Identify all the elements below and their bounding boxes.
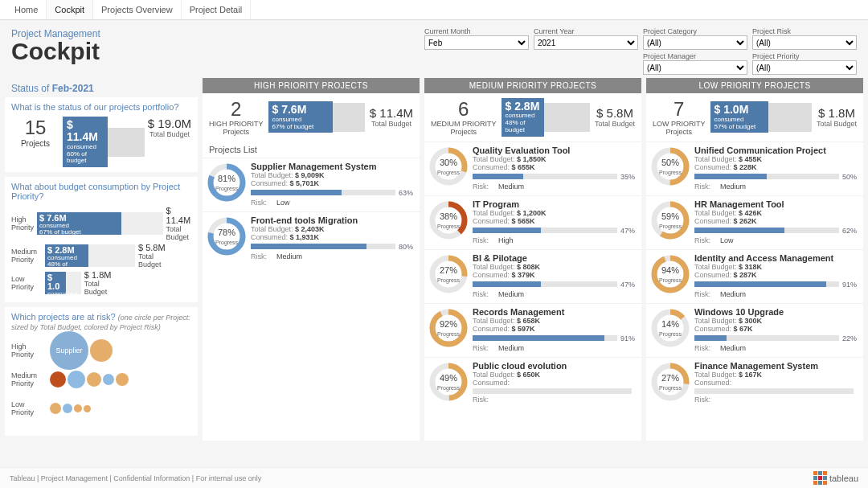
donut-progress: 50%Progress (649, 146, 691, 187)
card-title-risk: Which projects are at risk? (one circle … (11, 312, 191, 331)
section-header: LOW PRIORITY PROJECTS (646, 78, 863, 93)
donut-progress: 38%Progress (428, 199, 469, 241)
project-item[interactable]: 50%Progress Unified Communication Projec… (646, 141, 863, 195)
tableau-logo: tableau (813, 471, 858, 485)
card-portfolio-status: What is the status of our projects portf… (5, 97, 198, 172)
main: Status of Feb-2021 What is the status of… (0, 78, 868, 441)
bubble-icon[interactable] (63, 404, 72, 413)
portfolio-consumed: $ 11.4M (67, 119, 104, 144)
priority-row: HighPriority $ 7.6Mconsumed67% of budget… (11, 206, 191, 241)
donut-progress: 27%Progress (649, 361, 691, 403)
bubble-icon[interactable] (84, 405, 91, 412)
donut-progress: 81%Progress (206, 162, 248, 203)
filters: Current Month Feb Current Year 2021 Proj… (424, 28, 857, 75)
bubble-icon[interactable] (74, 404, 82, 412)
filter-select-month[interactable]: Feb (424, 35, 529, 50)
filter-select-year[interactable]: 2021 (534, 35, 638, 50)
donut-progress: 78%Progress (206, 215, 248, 257)
priority-column: HIGH PRIORITY PROJECTS 2HIGH PRIORITYPro… (203, 78, 420, 441)
project-item[interactable]: 78%Progress Front-end tools Migration To… (203, 211, 420, 265)
project-name: Windows 10 Upgrade (694, 307, 857, 317)
filter-label-risk: Project Risk (752, 28, 857, 35)
footer-text: Tableau | Project Management | Confident… (10, 474, 261, 482)
page-header: Project Management Cockpit Current Month… (0, 20, 868, 78)
card-title-budget: What about budget consumption by Project… (11, 182, 191, 201)
bubble-icon[interactable] (103, 374, 114, 385)
bubble-icon[interactable] (116, 373, 129, 386)
donut-progress: 49%Progress (428, 361, 469, 403)
tab-home[interactable]: Home (6, 0, 47, 19)
project-name: Records Management (473, 307, 635, 317)
tab-projects-overview[interactable]: Projects Overview (93, 0, 182, 19)
tab-cockpit[interactable]: Cockpit (47, 0, 93, 19)
project-item[interactable]: 27%Progress BI & Pilotage Total Budget: … (424, 249, 641, 303)
bubble-icon[interactable] (50, 403, 61, 414)
donut-progress: 94%Progress (649, 253, 691, 295)
project-item[interactable]: 59%Progress HR Management Tool Total Bud… (646, 195, 863, 249)
filter-label-manager: Project Manager (643, 53, 747, 60)
status-of: Status of Feb-2021 (5, 78, 198, 97)
projects-list-label: Projects List (203, 141, 420, 158)
donut-progress: 27%Progress (428, 253, 469, 295)
portfolio-total: $ 19.0M (148, 117, 191, 130)
priority-column: MEDIUM PRIORITY PROJECTS 6MEDIUM PRIORIT… (424, 78, 641, 441)
project-name: Supplier Management System (251, 162, 413, 171)
donut-progress: 59%Progress (649, 199, 691, 241)
project-name: Finance Management System (694, 361, 857, 371)
donut-progress: 30%Progress (428, 146, 469, 187)
project-item[interactable]: 30%Progress Quality Evaluation Tool Tota… (424, 141, 641, 195)
footer: Tableau | Project Management | Confident… (0, 467, 868, 488)
donut-progress: 92%Progress (428, 307, 469, 349)
project-name: Front-end tools Migration (251, 215, 413, 225)
project-item[interactable]: 92%Progress Records Management Total Bud… (424, 303, 641, 357)
filter-label-category: Project Category (643, 28, 747, 35)
project-name: Unified Communication Project (694, 146, 857, 155)
project-name: Identity and Access Management (694, 253, 857, 263)
filter-select-priority[interactable]: (All) (752, 60, 857, 75)
tableau-logo-icon (813, 471, 827, 485)
project-item[interactable]: 81%Progress Supplier Management System T… (203, 158, 420, 211)
priority-row: MediumPriority $ 2.8Mconsumed48% of budg… (11, 243, 191, 269)
left-column: Status of Feb-2021 What is the status of… (5, 78, 198, 441)
project-item[interactable]: 27%Progress Finance Management System To… (646, 357, 863, 408)
filter-select-manager[interactable]: (All) (643, 60, 747, 75)
filter-select-category[interactable]: (All) (643, 35, 747, 50)
project-item[interactable]: 14%Progress Windows 10 Upgrade Total Bud… (646, 303, 863, 357)
card-risk-bubbles: Which projects are at risk? (one circle … (5, 307, 198, 436)
priority-row: LowPriority $ 1.0consumed57% $ 1.8MTotal… (11, 270, 191, 296)
card-budget-priority: What about budget consumption by Project… (5, 177, 198, 302)
filter-label-year: Current Year (534, 28, 638, 35)
priority-column: LOW PRIORITY PROJECTS 7LOW PRIORITYProje… (646, 78, 863, 441)
section-header: HIGH PRIORITY PROJECTS (203, 78, 420, 93)
project-name: IT Program (473, 199, 635, 209)
section-header: MEDIUM PRIORITY PROJECTS (424, 78, 641, 93)
bubble-icon[interactable] (90, 339, 113, 362)
tab-project-detail[interactable]: Project Detail (182, 0, 251, 19)
donut-progress: 14%Progress (649, 307, 691, 349)
project-item[interactable]: 94%Progress Identity and Access Manageme… (646, 249, 863, 303)
project-name: Quality Evaluation Tool (473, 146, 635, 155)
project-name: BI & Pilotage (473, 253, 635, 263)
bubble-icon[interactable] (50, 371, 66, 388)
portfolio-count: 15 (11, 117, 59, 139)
bubble-icon[interactable] (87, 372, 101, 387)
top-tabs: Home Cockpit Projects Overview Project D… (0, 0, 868, 20)
filter-label-month: Current Month (424, 28, 529, 35)
project-item[interactable]: 38%Progress IT Program Total Budget: $ 1… (424, 195, 641, 249)
project-name: Public cloud evolution (473, 361, 635, 371)
page-title: Cockpit (11, 38, 100, 65)
project-name: HR Management Tool (694, 199, 857, 209)
card-title-status: What is the status of our projects portf… (11, 102, 191, 112)
project-item[interactable]: 49%Progress Public cloud evolution Total… (424, 357, 641, 408)
bubble-icon[interactable]: Supplier (50, 331, 88, 370)
filter-label-priority: Project Priority (752, 53, 857, 60)
filter-select-risk[interactable]: (All) (752, 35, 857, 50)
bubble-icon[interactable] (68, 371, 85, 388)
